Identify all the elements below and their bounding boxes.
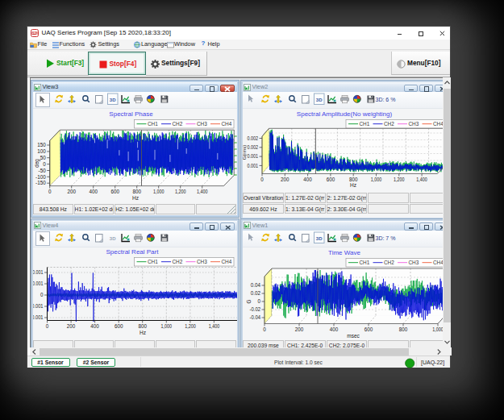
svg-text:800: 800 bbox=[138, 323, 147, 329]
svg-text:100: 100 bbox=[37, 148, 46, 154]
svg-text:Time Wave: Time Wave bbox=[328, 248, 360, 256]
svg-text:G(rms): G(rms) bbox=[243, 145, 247, 160]
svg-text:CH4: CH4 bbox=[222, 259, 232, 264]
svg-text:400: 400 bbox=[89, 189, 98, 194]
svg-text:0: 0 bbox=[260, 177, 264, 182]
svg-text:400: 400 bbox=[303, 177, 312, 182]
svg-text:200: 200 bbox=[67, 189, 76, 194]
svg-text:1,000: 1,000 bbox=[371, 177, 382, 182]
svg-text:Hz: Hz bbox=[350, 182, 356, 188]
svg-text:3D: 7 %: 3D: 7 % bbox=[376, 235, 396, 241]
svg-text:Spectral Phase: Spectral Phase bbox=[109, 110, 153, 118]
svg-text:1,400: 1,400 bbox=[197, 189, 208, 194]
svg-text:600: 600 bbox=[115, 323, 123, 329]
svg-text:3D: 3D bbox=[316, 98, 323, 102]
svg-text:1,000: 1,000 bbox=[432, 326, 444, 332]
svg-text:0.001: 0.001 bbox=[248, 153, 259, 159]
svg-text:-0.001: -0.001 bbox=[33, 303, 44, 309]
svg-text:1,200: 1,200 bbox=[185, 323, 196, 329]
svg-text:Spectral Real Part: Spectral Real Part bbox=[106, 247, 160, 255]
svg-text:400: 400 bbox=[330, 326, 339, 332]
svg-text:0: 0 bbox=[46, 323, 49, 329]
svg-text:-0.02: -0.02 bbox=[250, 306, 261, 312]
svg-text:0.001: 0.001 bbox=[33, 281, 44, 286]
svg-text:CH2: CH2 bbox=[384, 121, 394, 127]
svg-text:Hz: Hz bbox=[132, 195, 139, 201]
svg-text:0.002: 0.002 bbox=[248, 144, 259, 150]
svg-text:0.001: 0.001 bbox=[33, 269, 44, 275]
svg-text:3D: 3D bbox=[110, 98, 116, 102]
svg-text:800: 800 bbox=[349, 177, 358, 182]
svg-text:150: 150 bbox=[37, 142, 46, 148]
svg-text:1,200: 1,200 bbox=[175, 189, 186, 194]
svg-text:CH3: CH3 bbox=[197, 121, 207, 127]
svg-text:0: 0 bbox=[263, 326, 266, 332]
svg-text:-100: -100 bbox=[35, 174, 46, 180]
svg-text:800: 800 bbox=[399, 326, 408, 332]
svg-text:CH1: CH1 bbox=[360, 121, 370, 127]
svg-text:CH2: CH2 bbox=[173, 259, 183, 264]
svg-text:CH1: CH1 bbox=[148, 121, 158, 127]
svg-text:50: 50 bbox=[40, 155, 47, 160]
svg-text:800: 800 bbox=[132, 189, 141, 194]
svg-text:CH1: CH1 bbox=[148, 259, 158, 264]
svg-text:600: 600 bbox=[364, 326, 373, 332]
svg-text:200: 200 bbox=[295, 326, 304, 332]
svg-text:-0.04: -0.04 bbox=[250, 314, 261, 320]
svg-text:deg: deg bbox=[34, 159, 40, 168]
svg-text:CH1: CH1 bbox=[360, 260, 370, 265]
svg-text:CH2: CH2 bbox=[173, 121, 183, 127]
svg-text:CH3: CH3 bbox=[409, 260, 419, 265]
svg-text:CH2: CH2 bbox=[384, 260, 394, 265]
svg-text:0.001: 0.001 bbox=[248, 163, 259, 168]
svg-text:Hz: Hz bbox=[140, 330, 146, 335]
svg-text:-0.001: -0.001 bbox=[33, 314, 44, 320]
svg-text:3D: 3D bbox=[316, 235, 323, 240]
svg-text:3D: 6 %: 3D: 6 % bbox=[376, 97, 396, 102]
svg-text:3D: 3D bbox=[110, 235, 116, 240]
svg-text:200: 200 bbox=[67, 323, 76, 329]
svg-text:0.04: 0.04 bbox=[251, 282, 261, 288]
svg-text:1,200: 1,200 bbox=[394, 177, 405, 182]
svg-text:-50: -50 bbox=[39, 168, 47, 173]
svg-text:0.002: 0.002 bbox=[248, 135, 259, 141]
svg-text:0.02: 0.02 bbox=[251, 290, 261, 296]
svg-text:G: G bbox=[246, 299, 252, 303]
svg-text:-150: -150 bbox=[35, 180, 46, 185]
svg-text:1,000: 1,000 bbox=[153, 189, 165, 194]
svg-text:0: 0 bbox=[40, 292, 44, 297]
svg-text:CH3: CH3 bbox=[409, 121, 419, 127]
svg-text:600: 600 bbox=[327, 177, 335, 182]
svg-text:0: 0 bbox=[48, 189, 52, 194]
svg-text:1,400: 1,400 bbox=[209, 323, 220, 329]
svg-text:Spectral Amplitude(No weightin: Spectral Amplitude(No weighting) bbox=[297, 110, 393, 118]
svg-text:1,000: 1,000 bbox=[161, 323, 173, 329]
svg-text:CH3: CH3 bbox=[197, 259, 207, 264]
svg-text:0: 0 bbox=[43, 161, 46, 167]
svg-text:0: 0 bbox=[257, 298, 260, 304]
svg-text:CH4: CH4 bbox=[222, 121, 232, 127]
svg-text:UAQ: UAQ bbox=[31, 31, 38, 35]
svg-text:1,400: 1,400 bbox=[416, 177, 427, 182]
svg-text:600: 600 bbox=[110, 189, 119, 194]
svg-text:200: 200 bbox=[281, 177, 289, 182]
svg-text:msec: msec bbox=[347, 333, 360, 339]
svg-text:400: 400 bbox=[90, 323, 99, 329]
